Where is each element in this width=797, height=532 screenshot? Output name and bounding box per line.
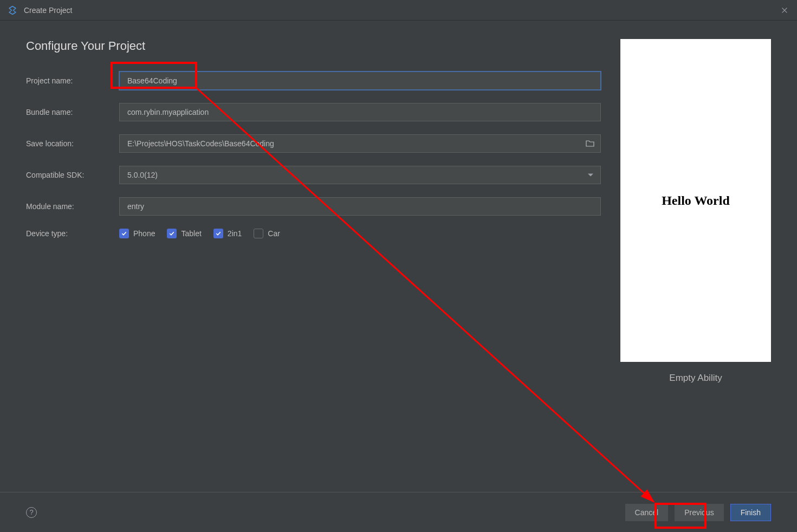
device-type-row: Device type: Phone Tablet xyxy=(26,229,601,238)
project-name-input[interactable] xyxy=(119,72,601,90)
help-icon[interactable]: ? xyxy=(26,507,37,518)
device-car-item: Car xyxy=(254,229,280,238)
device-phone-label: Phone xyxy=(133,229,155,238)
chevron-down-icon[interactable] xyxy=(588,174,593,177)
save-location-label: Save location: xyxy=(26,139,119,148)
device-2in1-item: 2in1 xyxy=(213,229,242,238)
titlebar: Create Project xyxy=(0,0,797,21)
device-car-checkbox[interactable] xyxy=(254,229,263,238)
device-2in1-checkbox[interactable] xyxy=(213,229,223,238)
preview-text: Hello World xyxy=(662,193,730,208)
project-name-row: Project name: xyxy=(26,72,601,90)
content: Configure Your Project Project name: Bun… xyxy=(0,21,797,492)
module-name-input[interactable] xyxy=(119,197,601,216)
cancel-button[interactable]: Cancel xyxy=(625,504,669,521)
save-location-input[interactable] xyxy=(119,134,601,153)
bundle-name-row: Bundle name: xyxy=(26,103,601,121)
form-area: Configure Your Project Project name: Bun… xyxy=(26,39,620,492)
app-logo-icon xyxy=(8,5,17,15)
finish-button[interactable]: Finish xyxy=(730,504,771,521)
module-name-row: Module name: xyxy=(26,197,601,216)
bundle-name-input[interactable] xyxy=(119,103,601,121)
project-name-label: Project name: xyxy=(26,76,119,85)
window-title: Create Project xyxy=(24,6,72,15)
compatible-sdk-row: Compatible SDK: xyxy=(26,166,601,184)
device-type-label: Device type: xyxy=(26,229,119,238)
bundle-name-label: Bundle name: xyxy=(26,108,119,116)
save-location-row: Save location: xyxy=(26,134,601,153)
footer: ? Cancel Previous Finish xyxy=(0,492,797,532)
device-phone-checkbox[interactable] xyxy=(119,229,129,238)
device-2in1-label: 2in1 xyxy=(228,229,242,238)
device-phone-item: Phone xyxy=(119,229,155,238)
module-name-label: Module name: xyxy=(26,202,119,211)
device-tablet-item: Tablet xyxy=(167,229,201,238)
device-tablet-checkbox[interactable] xyxy=(167,229,177,238)
page-title: Configure Your Project xyxy=(26,39,601,53)
previous-button[interactable]: Previous xyxy=(675,504,723,521)
preview-area: Hello World Empty Ability xyxy=(620,39,771,492)
compatible-sdk-label: Compatible SDK: xyxy=(26,171,119,179)
close-icon[interactable] xyxy=(780,5,789,15)
preview-label: Empty Ability xyxy=(669,373,722,384)
folder-icon[interactable] xyxy=(586,139,594,148)
preview-phone: Hello World xyxy=(620,39,771,362)
device-car-label: Car xyxy=(268,229,280,238)
device-tablet-label: Tablet xyxy=(181,229,201,238)
compatible-sdk-select[interactable] xyxy=(119,166,601,184)
